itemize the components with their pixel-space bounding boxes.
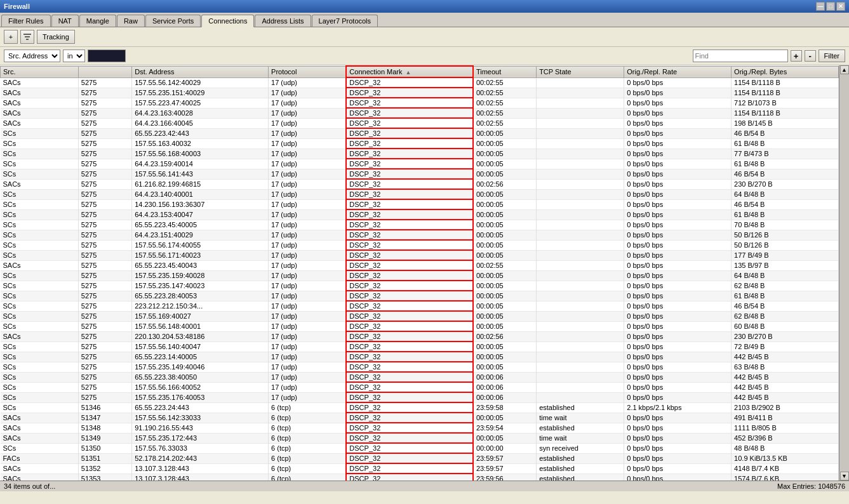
table-row[interactable]: SCs 5275 65.55.223.14:40005 17 (udp) DSC… bbox=[1, 352, 839, 362]
tab-raw[interactable]: Raw bbox=[117, 15, 145, 27]
table-row[interactable]: SCs 5275 157.55.235.147:40023 17 (udp) D… bbox=[1, 281, 839, 291]
table-row[interactable]: FACs 51351 52.178.214.202:443 6 (tcp) DS… bbox=[1, 453, 839, 463]
cell-tcpstate bbox=[537, 250, 624, 260]
col-header-connmark[interactable]: Connection Mark ▲ bbox=[346, 66, 473, 77]
tracking-button[interactable]: Tracking bbox=[37, 30, 75, 44]
col-header-srcport[interactable] bbox=[78, 66, 131, 77]
table-row[interactable]: SACs 51347 157.55.56.142:33033 6 (tcp) D… bbox=[1, 413, 839, 423]
cell-src: SACs bbox=[1, 474, 79, 481]
cell-dst: 65.55.223.38:40050 bbox=[132, 372, 269, 382]
max-entries: Max Entries: 1048576 bbox=[777, 482, 845, 490]
table-row[interactable]: SCs 5275 157.55.56.166:40052 17 (udp) DS… bbox=[1, 382, 839, 392]
tab-connections[interactable]: Connections bbox=[201, 15, 254, 27]
add-filter-button[interactable]: + bbox=[791, 50, 802, 62]
tab-service-ports[interactable]: Service Ports bbox=[145, 15, 201, 27]
table-row[interactable]: SCs 5275 157.55.235.149:40046 17 (udp) D… bbox=[1, 362, 839, 372]
table-row[interactable]: SCs 5275 65.55.223.45:40005 17 (udp) DSC… bbox=[1, 220, 839, 230]
table-row[interactable]: SCs 5275 157.55.56.140:40047 17 (udp) DS… bbox=[1, 342, 839, 352]
apply-filter-button[interactable]: Filter bbox=[819, 50, 845, 62]
col-header-tcpstate[interactable]: TCP State bbox=[537, 66, 624, 77]
find-input[interactable] bbox=[693, 50, 788, 62]
table-row[interactable]: SACs 5275 64.4.23.163:40028 17 (udp) DSC… bbox=[1, 108, 839, 118]
table-row[interactable]: SCs 51346 65.55.223.24:443 6 (tcp) DSCP_… bbox=[1, 402, 839, 413]
col-header-origrate[interactable]: Orig./Repl. Rate bbox=[624, 66, 732, 77]
table-row[interactable]: SACs 51352 13.107.3.128:443 6 (tcp) DSCP… bbox=[1, 463, 839, 474]
cell-src: SCs bbox=[1, 209, 79, 220]
remove-filter-button[interactable]: - bbox=[805, 50, 816, 62]
table-row[interactable]: SACs 5275 65.55.223.45:40043 17 (udp) DS… bbox=[1, 260, 839, 270]
filter-value-input[interactable] bbox=[88, 50, 126, 62]
filter-field-select[interactable]: Src. Address bbox=[4, 50, 60, 62]
table-row[interactable]: SACs 5275 220.130.204.53:48186 17 (udp) … bbox=[1, 331, 839, 342]
table-row[interactable]: SACs 51349 157.55.235.172:443 6 (tcp) DS… bbox=[1, 433, 839, 443]
cell-origbytes: 712 B/1073 B bbox=[732, 98, 839, 108]
table-row[interactable]: SCs 51350 157.55.76.33033 6 (tcp) DSCP_3… bbox=[1, 443, 839, 453]
col-header-dst[interactable]: Dst. Address bbox=[132, 66, 269, 77]
cell-origrate: 0 bps/0 bps bbox=[624, 311, 732, 321]
table-row[interactable]: SCs 5275 157.55.169:40027 17 (udp) DSCP_… bbox=[1, 311, 839, 321]
table-row[interactable]: SACs 51348 91.190.216.55:443 6 (tcp) DSC… bbox=[1, 423, 839, 433]
tab-layer7[interactable]: Layer7 Protocols bbox=[312, 15, 378, 27]
cell-srcport: 5275 bbox=[78, 250, 131, 260]
table-row[interactable]: SCs 5275 64.4.23.153:40047 17 (udp) DSCP… bbox=[1, 209, 839, 220]
table-row[interactable]: SACs 5275 157.55.56.142:40029 17 (udp) D… bbox=[1, 77, 839, 88]
connections-table-container[interactable]: Src. Dst. Address Protocol Connection Ma… bbox=[0, 65, 839, 481]
cell-dst: 64.4.23.166:40045 bbox=[132, 118, 269, 128]
scrollbar-vertical[interactable]: ▲ ▼ bbox=[839, 65, 849, 481]
cell-dst: 157.55.56.141:443 bbox=[132, 169, 269, 179]
table-row[interactable]: SCs 5275 223.212.212.150:34... 17 (udp) … bbox=[1, 301, 839, 311]
table-row[interactable]: SCs 5275 64.4.23.159:40014 17 (udp) DSCP… bbox=[1, 159, 839, 169]
table-row[interactable]: SCs 5275 157.55.56.171:40023 17 (udp) DS… bbox=[1, 250, 839, 260]
cell-connmark: DSCP_32 bbox=[346, 199, 473, 209]
cell-src: SCs bbox=[1, 342, 79, 352]
maximize-button[interactable]: □ bbox=[826, 2, 835, 11]
filter-toggle-button[interactable] bbox=[20, 30, 34, 44]
table-row[interactable]: SCs 5275 157.55.235.159:40028 17 (udp) D… bbox=[1, 270, 839, 281]
cell-src: SACs bbox=[1, 433, 79, 443]
filter-operator-select[interactable]: in bbox=[63, 50, 85, 62]
table-row[interactable]: SACs 5275 61.216.82.199:46815 17 (udp) D… bbox=[1, 179, 839, 189]
cell-origbytes: 46 B/54 B bbox=[732, 199, 839, 209]
cell-dst: 157.55.235.147:40023 bbox=[132, 281, 269, 291]
cell-tcpstate bbox=[537, 220, 624, 230]
cell-origrate: 0 bps/0 bps bbox=[624, 433, 732, 443]
table-row[interactable]: SCs 5275 64.4.23.140:40001 17 (udp) DSCP… bbox=[1, 189, 839, 199]
table-row[interactable]: SCs 5275 157.55.56.148:40001 17 (udp) DS… bbox=[1, 321, 839, 331]
table-row[interactable]: SCs 5275 65.55.223.42:443 17 (udp) DSCP_… bbox=[1, 128, 839, 138]
cell-origrate: 0 bps/0 bps bbox=[624, 118, 732, 128]
col-header-timeout[interactable]: Timeout bbox=[473, 66, 537, 77]
scroll-up-button[interactable]: ▲ bbox=[840, 65, 849, 74]
cell-dst: 13.107.3.128:443 bbox=[132, 463, 269, 474]
col-header-src[interactable]: Src. bbox=[1, 66, 79, 77]
table-row[interactable]: SCs 5275 64.4.23.151:40029 17 (udp) DSCP… bbox=[1, 230, 839, 240]
tab-filter-rules[interactable]: Filter Rules bbox=[1, 15, 51, 27]
col-header-protocol[interactable]: Protocol bbox=[269, 66, 347, 77]
add-button[interactable]: + bbox=[4, 30, 18, 44]
tab-mangle[interactable]: Mangle bbox=[79, 15, 116, 27]
table-row[interactable]: SCs 5275 65.55.223.38:40050 17 (udp) DSC… bbox=[1, 372, 839, 382]
table-row[interactable]: SCs 5275 157.55.56.174:40055 17 (udp) DS… bbox=[1, 240, 839, 250]
tab-nat[interactable]: NAT bbox=[51, 15, 79, 27]
cell-src: SACs bbox=[1, 260, 79, 270]
cell-connmark: DSCP_32 bbox=[346, 321, 473, 331]
table-row[interactable]: SCs 5275 157.55.56.168:40003 17 (udp) DS… bbox=[1, 149, 839, 159]
cell-srcport: 5275 bbox=[78, 189, 131, 199]
table-row[interactable]: SCs 5275 157.55.56.141:443 17 (udp) DSCP… bbox=[1, 169, 839, 179]
table-row[interactable]: SCs 5275 157.55.235.176:40053 17 (udp) D… bbox=[1, 392, 839, 402]
table-row[interactable]: SCs 5275 14.230.156.193:36307 17 (udp) D… bbox=[1, 199, 839, 209]
cell-tcpstate bbox=[537, 159, 624, 169]
minimize-button[interactable]: — bbox=[816, 2, 825, 11]
table-row[interactable]: SACs 5275 157.55.223.47:40025 17 (udp) D… bbox=[1, 98, 839, 108]
col-header-origbytes[interactable]: Orig./Repl. Bytes bbox=[732, 66, 839, 77]
close-button[interactable]: ✕ bbox=[836, 2, 845, 11]
table-row[interactable]: SCs 5275 157.55.163.40032 17 (udp) DSCP_… bbox=[1, 138, 839, 149]
table-row[interactable]: SACs 5275 157.55.235.151:40029 17 (udp) … bbox=[1, 88, 839, 98]
tab-address-lists[interactable]: Address Lists bbox=[255, 15, 311, 27]
cell-protocol: 17 (udp) bbox=[269, 250, 347, 260]
scroll-down-button[interactable]: ▼ bbox=[840, 472, 849, 481]
table-row[interactable]: SACs 51353 13.107.3.128:443 6 (tcp) DSCP… bbox=[1, 474, 839, 481]
table-row[interactable]: SACs 5275 64.4.23.166:40045 17 (udp) DSC… bbox=[1, 118, 839, 128]
cell-dst: 65.55.223.45:40043 bbox=[132, 260, 269, 270]
cell-src: SACs bbox=[1, 98, 79, 108]
table-row[interactable]: SCs 5275 65.55.223.28:40053 17 (udp) DSC… bbox=[1, 291, 839, 301]
